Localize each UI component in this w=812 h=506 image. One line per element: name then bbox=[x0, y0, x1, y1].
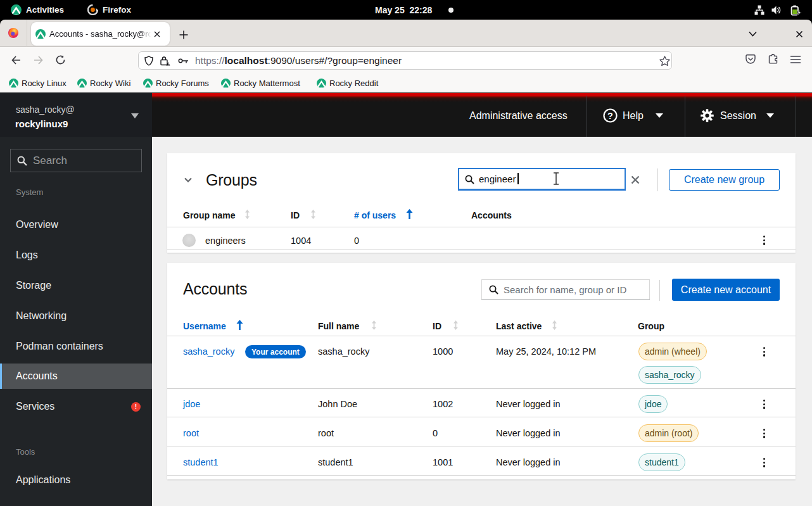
svg-text:?: ? bbox=[607, 111, 613, 121]
